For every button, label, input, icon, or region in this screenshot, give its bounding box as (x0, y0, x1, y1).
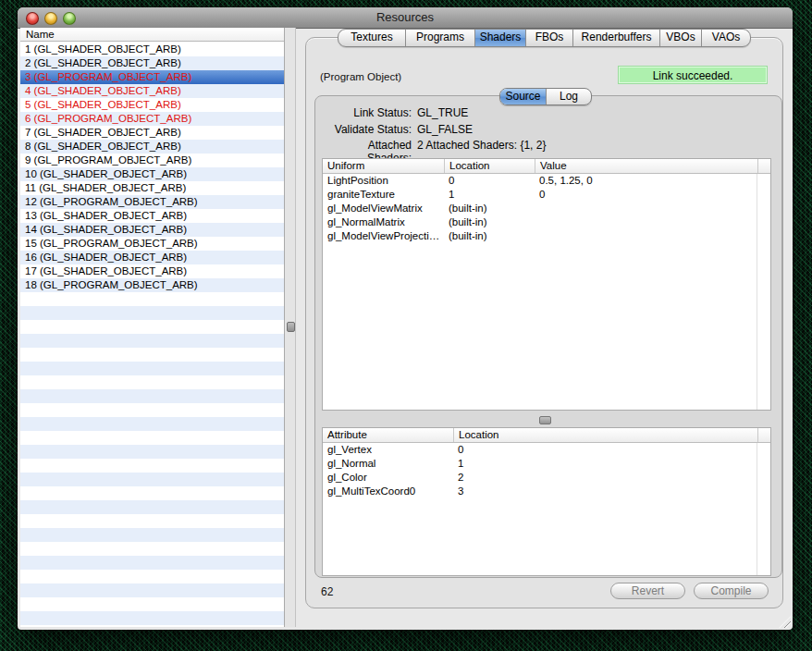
window-title: Resources (18, 10, 793, 24)
list-item[interactable]: 13 (GL_SHADER_OBJECT_ARB) (20, 209, 284, 223)
tab-shaders[interactable]: Shaders (474, 30, 525, 46)
table-row[interactable]: gl_Color2 (323, 471, 770, 485)
table-cell: gl_Vertex (323, 443, 453, 457)
object-type-label: (Program Object) (320, 71, 401, 82)
object-id-label: 62 (321, 585, 333, 598)
table-row[interactable]: gl_ModelViewMatrix(built-in) (323, 202, 770, 215)
table-cell: 2 (453, 471, 770, 485)
table-row[interactable]: gl_Normal1 (323, 457, 770, 471)
tab-vbos[interactable]: VBOs (659, 30, 701, 46)
list-item[interactable]: 18 (GL_PROGRAM_OBJECT_ARB) (20, 278, 284, 292)
table-cell (535, 229, 770, 243)
name-column-header[interactable]: Name (20, 28, 284, 42)
resize-grip-icon[interactable] (779, 616, 791, 628)
tab-textures[interactable]: Textures (338, 30, 405, 46)
scrollbar-gutter-header (757, 159, 770, 173)
link-status-label: Link Status: (324, 106, 412, 120)
uniform-table[interactable]: UniformLocationValue LightPosition00.5, … (322, 158, 771, 411)
table-cell: gl_ModelViewProjecti… (323, 229, 444, 243)
table-cell: graniteTexture (323, 188, 444, 202)
revert-button[interactable]: Revert (610, 583, 685, 599)
table-cell: 0 (535, 188, 770, 202)
list-item[interactable]: 1 (GL_SHADER_OBJECT_ARB) (20, 43, 284, 56)
compile-button[interactable]: Compile (694, 583, 769, 599)
status-row: Validate Status: GL_FALSE (324, 123, 768, 137)
tab-renderbuffers[interactable]: Renderbuffers (572, 30, 659, 46)
table-splitter-grabber-icon[interactable] (539, 416, 551, 424)
status-row: Attached Shaders: 2 Attached Shaders: {1… (324, 139, 768, 153)
subtab-strip: SourceLog (499, 88, 592, 105)
title-bar[interactable]: Resources (18, 7, 793, 29)
list-item[interactable]: 9 (GL_PROGRAM_OBJECT_ARB) (20, 154, 284, 167)
table-cell: (built-in) (444, 215, 535, 229)
list-item[interactable]: 14 (GL_SHADER_OBJECT_ARB) (20, 223, 284, 237)
list-item[interactable]: 11 (GL_SHADER_OBJECT_ARB) (20, 181, 284, 195)
subtab-source[interactable]: Source (500, 89, 546, 104)
table-header-row: UniformLocationValue (323, 159, 770, 174)
validate-status-label: Validate Status: (324, 123, 412, 137)
table-header-row: AttributeLocation (323, 428, 770, 443)
list-item[interactable]: 17 (GL_SHADER_OBJECT_ARB) (20, 264, 284, 278)
attribute-table-scroll-gutter[interactable] (757, 443, 757, 575)
column-header[interactable]: Value (535, 159, 757, 173)
status-row: Link Status: GL_TRUE (324, 106, 768, 120)
list-item[interactable]: 15 (GL_PROGRAM_OBJECT_ARB) (20, 237, 284, 251)
table-cell: gl_MultiTexCoord0 (323, 485, 453, 498)
list-item[interactable]: 8 (GL_SHADER_OBJECT_ARB) (20, 140, 284, 154)
column-header[interactable]: Attribute (323, 428, 453, 442)
table-cell: 3 (453, 485, 770, 498)
tab-fbos[interactable]: FBOs (525, 30, 572, 46)
validate-status-value: GL_FALSE (417, 123, 473, 137)
attribute-table[interactable]: AttributeLocation gl_Vertex0gl_Normal1gl… (322, 427, 771, 576)
list-item[interactable]: 16 (GL_SHADER_OBJECT_ARB) (20, 251, 284, 264)
table-cell: LightPosition (323, 174, 444, 188)
pane-splitter-grabber-icon[interactable] (287, 322, 295, 332)
tab-vaos[interactable]: VAOs (701, 30, 750, 46)
list-item[interactable]: 10 (GL_SHADER_OBJECT_ARB) (20, 167, 284, 181)
table-cell: (built-in) (444, 229, 535, 243)
table-cell: 0 (453, 443, 770, 457)
table-cell (535, 202, 770, 215)
uniform-table-scroll-gutter[interactable] (757, 174, 757, 410)
table-row[interactable]: gl_ModelViewProjecti…(built-in) (323, 229, 770, 243)
link-status-banner: Link succeeded. (618, 66, 768, 84)
table-cell: 1 (444, 188, 535, 202)
table-cell: gl_ModelViewMatrix (323, 202, 444, 215)
subtab-log[interactable]: Log (546, 89, 591, 104)
list-item[interactable]: 5 (GL_SHADER_OBJECT_ARB) (20, 98, 284, 112)
table-cell: gl_NormalMatrix (323, 215, 444, 229)
table-row[interactable]: gl_NormalMatrix(built-in) (323, 215, 770, 229)
resource-list-body[interactable]: 1 (GL_SHADER_OBJECT_ARB)2 (GL_SHADER_OBJ… (20, 43, 284, 627)
table-cell: gl_Normal (323, 457, 453, 471)
table-cell (535, 215, 770, 229)
column-header[interactable]: Uniform (323, 159, 444, 173)
tab-strip: TexturesProgramsShadersFBOsRenderbuffers… (338, 29, 751, 47)
attached-shaders-value: 2 Attached Shaders: {1, 2} (417, 139, 546, 153)
column-header[interactable]: Location (453, 428, 757, 442)
scrollbar-gutter-header (757, 428, 770, 442)
table-cell: 0 (444, 174, 535, 188)
attached-shaders-label: Attached Shaders: (324, 139, 412, 153)
table-cell: 1 (453, 457, 770, 471)
table-row[interactable]: graniteTexture10 (323, 188, 770, 202)
table-cell: gl_Color (323, 471, 453, 485)
list-item[interactable]: 12 (GL_PROGRAM_OBJECT_ARB) (20, 195, 284, 209)
table-row[interactable]: gl_Vertex0 (323, 443, 770, 457)
column-header[interactable]: Location (444, 159, 535, 173)
list-item[interactable]: 3 (GL_PROGRAM_OBJECT_ARB) (20, 70, 284, 84)
list-item[interactable]: 2 (GL_SHADER_OBJECT_ARB) (20, 56, 284, 70)
list-item[interactable]: 6 (GL_PROGRAM_OBJECT_ARB) (20, 112, 284, 126)
resource-list-panel: Name 1 (GL_SHADER_OBJECT_ARB)2 (GL_SHADE… (20, 28, 285, 627)
list-item[interactable]: 7 (GL_SHADER_OBJECT_ARB) (20, 126, 284, 140)
link-status-value: GL_TRUE (417, 106, 468, 120)
table-cell: 0.5, 1.25, 0 (535, 174, 770, 188)
resources-window: Resources Name 1 (GL_SHADER_OBJECT_ARB)2… (18, 7, 793, 630)
table-row[interactable]: gl_MultiTexCoord03 (323, 485, 770, 498)
table-row[interactable]: LightPosition00.5, 1.25, 0 (323, 174, 770, 188)
table-cell: (built-in) (444, 202, 535, 215)
tab-programs[interactable]: Programs (405, 30, 474, 46)
list-item[interactable]: 4 (GL_SHADER_OBJECT_ARB) (20, 84, 284, 98)
desktop-background: Resources Name 1 (GL_SHADER_OBJECT_ARB)2… (0, 0, 812, 651)
